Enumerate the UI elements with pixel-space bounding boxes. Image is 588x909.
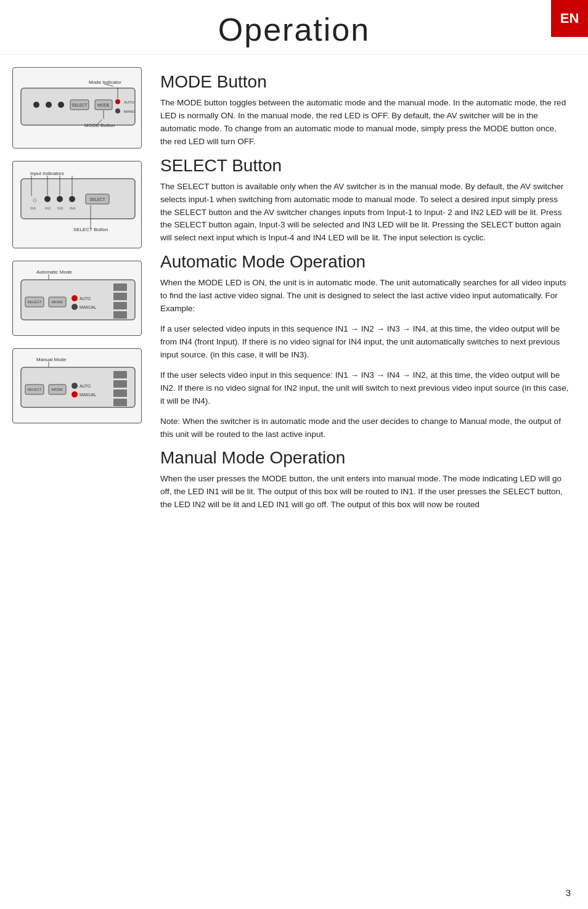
auto-diagram-svg: Automatic Mode SELECT MODE AUTO [18,266,141,328]
svg-text:SELECT: SELECT [71,103,87,107]
svg-point-49 [71,304,78,310]
svg-point-23 [57,196,63,202]
svg-rect-55 [113,380,127,388]
svg-point-10 [115,108,120,113]
select-button-section: SELECT Button The SELECT button is avail… [160,156,570,245]
right-column: MODE Button The MODE button toggles betw… [148,61,588,525]
auto-mode-body4: Note: When the switcher is in automatic … [160,415,570,441]
svg-point-47 [71,295,78,301]
svg-text:MANUAL: MANUAL [80,393,96,397]
mode-button-section: MODE Button The MODE button toggles betw… [160,72,570,149]
language-badge: EN [551,0,588,37]
svg-text:SELECT: SELECT [89,197,105,202]
select-button-title: SELECT Button [160,156,570,176]
svg-rect-39 [113,283,127,291]
svg-point-25 [69,196,75,202]
manual-mode-body1: When the user presses the MODE button, t… [160,473,570,512]
mode-button-title: MODE Button [160,72,570,92]
svg-text:MODE: MODE [52,300,63,304]
manual-diagram-box: Manual Mode SELECT MODE AUTO [12,348,142,423]
svg-point-21 [44,196,51,202]
svg-text:Manual Mode: Manual Mode [36,357,67,362]
svg-text:MANUAL: MANUAL [80,305,96,309]
svg-text:IN1: IN1 [30,206,36,210]
svg-text:IN2: IN2 [45,206,51,210]
auto-mode-section: Automatic Mode Operation When the MODE L… [160,252,570,441]
select-button-body: The SELECT button is available only when… [160,181,570,245]
svg-text:SELECT: SELECT [27,388,42,391]
mode-button-body: The MODE button toggles between the auto… [160,97,570,149]
svg-point-64 [71,391,78,397]
left-column: SELECT MODE AUTO MANU Mode Indicator MOD… [0,61,148,525]
select-diagram-box: ☼ IN1 IN2 IN3 IN4 SELECT Input Indicator… [12,161,142,248]
svg-text:AUTO: AUTO [124,100,134,104]
svg-text:MODE Button: MODE Button [84,123,115,128]
svg-text:MODE: MODE [52,388,63,391]
svg-point-1 [33,102,39,108]
auto-mode-body1: When the MODE LED is ON, the unit is in … [160,277,570,316]
svg-text:☼: ☼ [31,195,38,204]
auto-mode-body3: If the user selects video input in this … [160,369,570,408]
svg-text:MANU: MANU [124,110,135,113]
auto-mode-title: Automatic Mode Operation [160,252,570,272]
svg-text:Input Indicators: Input Indicators [30,171,64,176]
page-header: Operation EN [0,0,588,55]
select-diagram-svg: ☼ IN1 IN2 IN3 IN4 SELECT Input Indicator… [18,166,141,240]
auto-diagram-box: Automatic Mode SELECT MODE AUTO [12,261,142,336]
manual-mode-section: Manual Mode Operation When the user pres… [160,448,570,512]
svg-text:AUTO: AUTO [80,384,91,388]
mode-diagram-box: SELECT MODE AUTO MANU Mode Indicator MOD… [12,67,142,149]
svg-point-2 [46,102,52,108]
page-title: Operation [218,11,370,48]
mode-diagram-svg: SELECT MODE AUTO MANU Mode Indicator MOD… [18,73,141,141]
svg-point-8 [115,99,120,104]
svg-text:IN4: IN4 [70,206,76,210]
svg-rect-42 [113,311,127,319]
main-content: SELECT MODE AUTO MANU Mode Indicator MOD… [0,55,588,531]
svg-text:MODE: MODE [97,103,110,107]
page-number: 3 [566,887,571,898]
svg-rect-57 [113,399,127,406]
svg-rect-56 [113,389,127,397]
manual-mode-title: Manual Mode Operation [160,448,570,468]
svg-text:AUTO: AUTO [80,296,91,301]
svg-text:IN3: IN3 [57,206,63,210]
svg-text:SELECT: SELECT [27,300,42,304]
svg-rect-54 [113,371,127,378]
svg-rect-41 [113,302,127,309]
svg-point-62 [71,383,78,389]
svg-text:Automatic Mode: Automatic Mode [36,269,72,275]
svg-rect-40 [113,293,127,300]
auto-mode-body2: If a user selected video inputs in this … [160,323,570,362]
svg-point-3 [58,102,64,108]
manual-diagram-svg: Manual Mode SELECT MODE AUTO [18,354,141,415]
